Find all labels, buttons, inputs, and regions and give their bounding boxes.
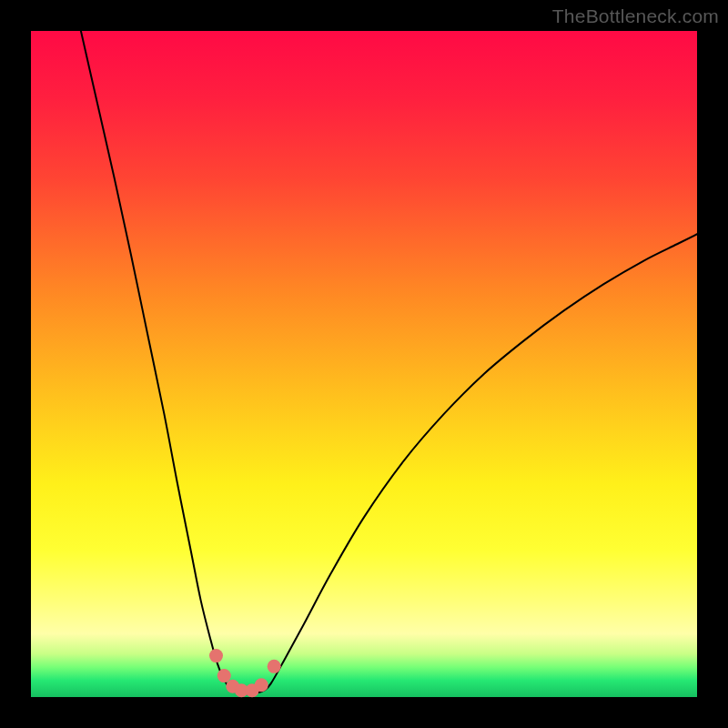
curve-layer	[31, 31, 697, 697]
valley-marker	[255, 678, 268, 692]
chart-frame: TheBottleneck.com	[0, 0, 728, 728]
bottleneck-curve	[81, 31, 697, 693]
valley-marker	[209, 649, 223, 662]
valley-marker	[268, 660, 281, 673]
valley-marker-group	[209, 649, 281, 697]
attribution-text: TheBottleneck.com	[552, 5, 719, 27]
plot-area	[31, 31, 697, 697]
valley-marker	[217, 669, 231, 682]
